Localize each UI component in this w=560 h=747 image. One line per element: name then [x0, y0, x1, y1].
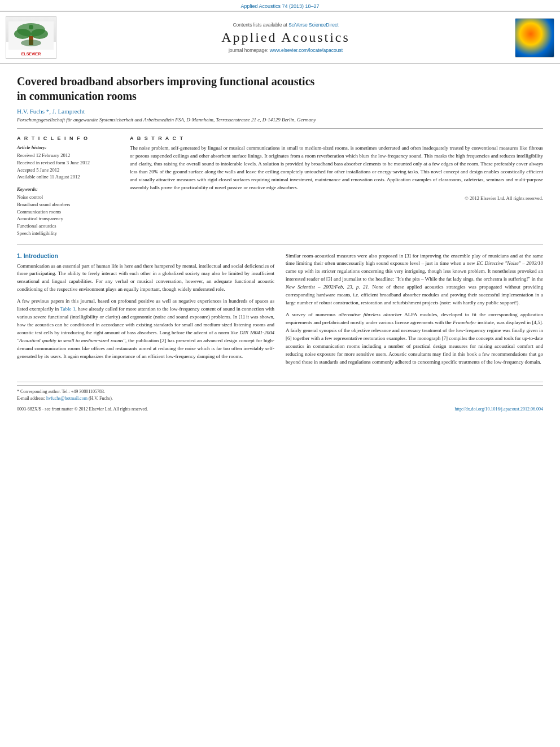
footer-bottom: 0003-682X/$ - see front matter © 2012 El… [17, 407, 543, 412]
body-content: 1. Introduction Communication as an esse… [17, 244, 543, 370]
intro-para1: Communication as an essential part of hu… [17, 263, 274, 294]
article-info-col: A R T I C L E I N F O Article history: R… [17, 136, 119, 237]
keyword-4: Acoustical transparency [17, 215, 119, 222]
sciverse-link[interactable]: SciVerse ScienceDirect [288, 22, 338, 28]
footer: * Corresponding author. Tel.: +49 308011… [17, 382, 543, 412]
svg-point-6 [29, 25, 33, 29]
sciverse-text: Contents lists available at [233, 22, 288, 28]
homepage-label: journal homepage: [229, 47, 270, 53]
keyword-6: Speech intelligibility [17, 230, 119, 237]
intro-body: Communication as an essential part of hu… [17, 263, 274, 361]
journal-center: Contents lists available at SciVerse Sci… [56, 22, 515, 53]
right-body: Similar room-acoustical measures were al… [286, 252, 543, 366]
accepted: Accepted 5 June 2012 [17, 167, 119, 174]
journal-citation-bar: Applied Acoustics 74 (2013) 18–27 [0, 0, 560, 11]
keyword-3: Communication rooms [17, 208, 119, 216]
journal-header: ELSEVIER Contents lists available at Sci… [0, 11, 560, 64]
online: Available online 11 August 2012 [17, 173, 119, 181]
keyword-5: Functional acoustics [17, 222, 119, 230]
right-col: Similar room-acoustical measures were al… [286, 252, 543, 370]
journal-homepage: journal homepage: www.elsevier.com/locat… [68, 47, 504, 53]
footer-email-line: E-mail address: hvfuchs@hotmail.com (H.V… [17, 395, 543, 402]
received1: Received 12 February 2012 [17, 152, 119, 159]
keywords-section: Keywords: Noise control Broadband sound … [17, 186, 119, 237]
svg-point-2 [14, 29, 31, 39]
article-info-abstract: A R T I C L E I N F O Article history: R… [17, 129, 543, 244]
elsevier-logo: ELSEVIER [6, 16, 56, 59]
history-label: Article history: [17, 145, 119, 150]
footer-issn: 0003-682X/$ - see front matter © 2012 El… [17, 407, 148, 412]
keywords-label: Keywords: [17, 186, 119, 192]
elsevier-graphic [8, 21, 54, 50]
article-info-label: A R T I C L E I N F O [17, 136, 119, 141]
table1-link[interactable]: Table 1 [60, 306, 76, 312]
page: Applied Acoustics 74 (2013) 18–27 ELSEVI… [0, 0, 560, 747]
right-para2: A survey of numerous alternative fibrele… [286, 311, 543, 366]
intro-para2: A few previous papers in this journal, b… [17, 298, 274, 361]
keyword-1: Noise control [17, 194, 119, 201]
introduction-col: 1. Introduction Communication as an esse… [17, 252, 274, 370]
footer-note-star: * Corresponding author. Tel.: +49 308011… [17, 388, 543, 395]
article-title: Covered broadband absorbers improving fu… [17, 74, 543, 103]
email-link[interactable]: hvfuchs@hotmail.com [46, 396, 88, 401]
keyword-2: Broadband sound absorbers [17, 201, 119, 208]
received2: Received in revised form 3 June 2012 [17, 159, 119, 167]
journal-logo-right [515, 18, 554, 58]
abstract-col: A B S T R A C T The noise problem, self-… [130, 136, 543, 237]
article-title-section: Covered broadband absorbers improving fu… [17, 64, 543, 129]
authors-text: H.V. Fuchs *, J. Lamprecht [17, 108, 85, 115]
journal-title: Applied Acoustics [68, 30, 504, 45]
abstract-text: The noise problem, self-generated by lin… [130, 145, 543, 192]
svg-point-3 [31, 29, 48, 39]
copyright: © 2012 Elsevier Ltd. All rights reserved… [130, 195, 543, 201]
svg-point-5 [21, 40, 41, 46]
sciverse-line: Contents lists available at SciVerse Sci… [68, 22, 504, 28]
footer-divider [17, 386, 543, 386]
email-label: E-mail address: [17, 396, 46, 401]
article-authors: H.V. Fuchs *, J. Lamprecht [17, 108, 543, 115]
article-affiliation: Forschungsgesellschaft für angewandte Sy… [17, 117, 543, 123]
intro-heading: 1. Introduction [17, 252, 274, 259]
right-para1: Similar room-acoustical measures were al… [286, 252, 543, 308]
email-suffix: (H.V. Fuchs). [89, 396, 113, 401]
journal-citation: Applied Acoustics 74 (2013) 18–27 [240, 3, 319, 9]
footer-star-text: * Corresponding author. Tel.: +49 308011… [17, 389, 105, 394]
abstract-label: A B S T R A C T [130, 136, 543, 141]
homepage-url: www.elsevier.com/locate/apacoust [270, 47, 343, 53]
elsevier-label: ELSEVIER [21, 52, 41, 56]
footer-doi: http://dx.doi.org/10.1016/j.apacoust.201… [454, 407, 543, 412]
main-content: Covered broadband absorbers improving fu… [0, 64, 560, 412]
